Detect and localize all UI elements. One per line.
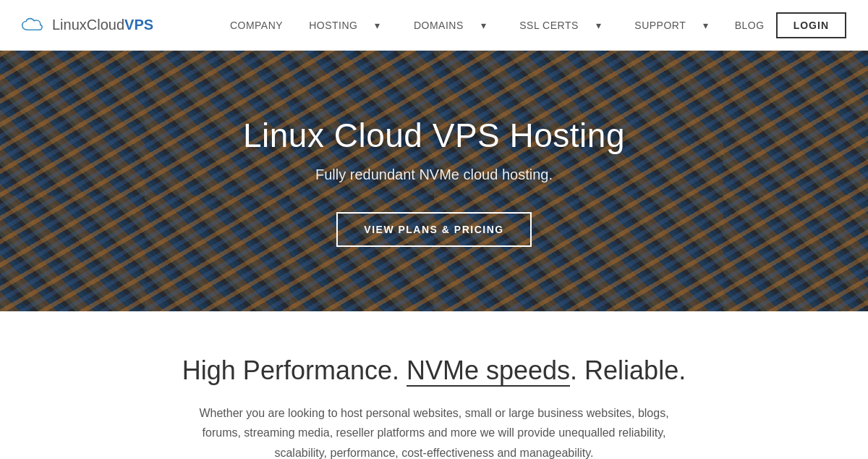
nav-item-company[interactable]: COMPANY — [223, 14, 290, 37]
chevron-down-icon: ▾ — [367, 14, 388, 37]
content-section: High Performance. NVMe speeds. Reliable.… — [166, 311, 702, 459]
view-plans-button[interactable]: VIEW PLANS & PRICING — [336, 212, 531, 247]
nav-item-hosting[interactable]: HOSTING ▾ — [294, 8, 395, 43]
chevron-down-icon: ▾ — [474, 14, 494, 37]
logo-text: LinuxCloudVPS — [52, 17, 153, 33]
hero-subtitle: Fully redundant NVMe cloud hosting. — [243, 167, 625, 183]
navbar: LinuxCloudVPS COMPANY HOSTING ▾ DOMAINS … — [0, 0, 868, 51]
nav-item-sslcerts[interactable]: SSL CERTS ▾ — [505, 8, 616, 43]
nav-menu: COMPANY HOSTING ▾ DOMAINS ▾ SSL CERTS ▾ … — [223, 8, 846, 43]
content-body: Whether you are looking to host personal… — [181, 403, 687, 459]
chevron-down-icon: ▾ — [589, 14, 609, 37]
login-button[interactable]: LOGIN — [776, 12, 846, 38]
content-title: High Performance. NVMe speeds. Reliable. — [181, 355, 687, 386]
hero-section: Linux Cloud VPS Hosting Fully redundant … — [0, 51, 868, 311]
cloud-icon — [22, 17, 48, 33]
nav-item-blog[interactable]: BLOG — [728, 14, 772, 37]
logo-link[interactable]: LinuxCloudVPS — [22, 17, 153, 33]
hero-title: Linux Cloud VPS Hosting — [243, 116, 625, 155]
hero-content: Linux Cloud VPS Hosting Fully redundant … — [229, 101, 639, 261]
login-button-wrapper: LOGIN — [776, 12, 846, 38]
nav-item-support[interactable]: SUPPORT ▾ — [620, 8, 723, 43]
chevron-down-icon: ▾ — [696, 14, 716, 37]
nav-item-domains[interactable]: DOMAINS ▾ — [399, 8, 501, 43]
